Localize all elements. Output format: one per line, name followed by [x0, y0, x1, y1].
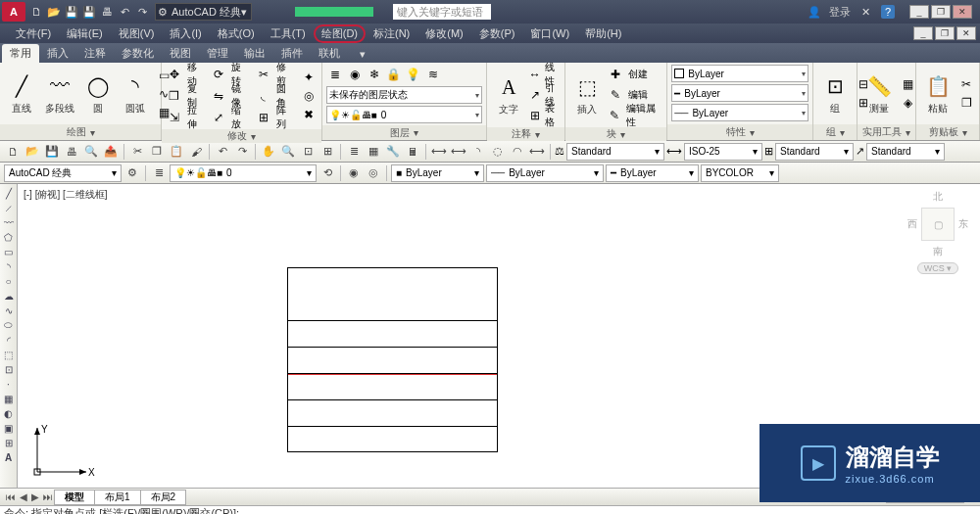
command-line[interactable]: 命令: 指定对角点或 [栏选(F)/圈围(WP)/圈交(CP)]: 命令: 指定…: [0, 505, 980, 514]
menu-format[interactable]: 格式(O): [210, 24, 263, 43]
vpolygon-icon[interactable]: ⬠: [2, 230, 16, 244]
layer-state-combo[interactable]: 未保存的图层状态▾: [326, 86, 483, 104]
tb-dim6-icon[interactable]: ⟷: [528, 143, 546, 161]
util1-icon[interactable]: ▦: [899, 75, 916, 93]
dimstyle-combo[interactable]: ISO-25▾: [684, 143, 762, 161]
tb-dc-icon[interactable]: ▦: [365, 143, 382, 161]
layerfrz-icon[interactable]: ❄: [366, 66, 383, 83]
paste-button[interactable]: 📋粘贴: [920, 70, 956, 117]
layer-uniso-icon[interactable]: ◎: [365, 164, 382, 182]
circle-button[interactable]: ◯圆: [80, 70, 116, 117]
tb-props-icon[interactable]: ≣: [345, 143, 363, 161]
tb-dim3-icon[interactable]: ◝: [469, 143, 487, 161]
tb-dim1-icon[interactable]: ⟷: [430, 143, 448, 161]
menu-dimension[interactable]: 标注(N): [366, 24, 417, 43]
line-button[interactable]: ╱直线: [4, 70, 39, 117]
cut-icon[interactable]: ✂: [957, 75, 975, 93]
save-icon[interactable]: 💾: [64, 4, 79, 20]
layeriso-icon[interactable]: ◉: [346, 66, 364, 83]
undo-icon[interactable]: ↶: [117, 4, 132, 20]
tb-save-icon[interactable]: 💾: [43, 143, 61, 161]
saveas-icon[interactable]: 💾: [81, 4, 97, 20]
scale-icon[interactable]: ⤢: [211, 109, 228, 126]
tb-copy-icon[interactable]: ❐: [148, 143, 166, 161]
layer-mgr-icon[interactable]: ≣: [150, 164, 168, 182]
block-edit-icon[interactable]: ✎: [607, 86, 624, 104]
textstyle-combo[interactable]: Standard▾: [566, 143, 664, 161]
vcircle-icon[interactable]: ○: [2, 274, 16, 288]
tb-zoom-icon[interactable]: 🔍: [279, 143, 297, 161]
tab-home[interactable]: 常用: [2, 44, 39, 63]
copy-icon[interactable]: ❐: [166, 87, 183, 105]
app-maximize-icon[interactable]: ❐: [931, 5, 951, 19]
layout-tab-model[interactable]: 模型: [54, 490, 95, 505]
tb-open-icon[interactable]: 📂: [24, 143, 41, 161]
array-icon[interactable]: ⊞: [255, 109, 272, 126]
menu-window[interactable]: 窗口(W): [522, 24, 577, 43]
block-create-icon[interactable]: ✚: [607, 66, 624, 83]
layout-nav-last-icon[interactable]: ⏭: [41, 491, 55, 502]
group-button[interactable]: ⊡组: [817, 70, 853, 117]
tab-parametric[interactable]: 参数化: [114, 44, 162, 63]
layer-iso-icon[interactable]: ◉: [345, 164, 363, 182]
linetype-combo[interactable]: ── ByLayer▾: [671, 104, 808, 121]
polyline-button[interactable]: 〰多段线: [41, 70, 78, 117]
explode-icon[interactable]: ✦: [300, 69, 318, 86]
redo-icon[interactable]: ↷: [134, 4, 150, 20]
text-button[interactable]: A文字: [491, 71, 526, 118]
viewport-label[interactable]: [-] [俯视] [二维线框]: [24, 188, 108, 202]
plot-icon[interactable]: 🖶: [99, 4, 115, 20]
measure-button[interactable]: 📏测量: [861, 70, 897, 117]
workspace-combo2[interactable]: AutoCAD 经典▾: [4, 164, 122, 182]
vpline-icon[interactable]: 〰: [2, 215, 16, 229]
tb-plot-icon[interactable]: 🖶: [63, 143, 80, 161]
doc-close-icon[interactable]: ✕: [956, 26, 976, 40]
tb-paste-icon[interactable]: 📋: [168, 143, 185, 161]
menu-modify[interactable]: 修改(M): [417, 24, 471, 43]
menu-insert[interactable]: 插入(I): [162, 24, 209, 43]
mleaderstyle-combo[interactable]: Standard▾: [866, 143, 945, 161]
tb-pan-icon[interactable]: ✋: [260, 143, 277, 161]
vtable-icon[interactable]: ⊞: [2, 436, 16, 449]
layout-nav-first-icon[interactable]: ⏮: [4, 491, 18, 502]
vrect-icon[interactable]: ▭: [2, 245, 16, 258]
doc-maximize-icon[interactable]: ❐: [935, 26, 955, 40]
tb-dim2-icon[interactable]: ⟷: [450, 143, 467, 161]
tab-annotate[interactable]: 注释: [76, 44, 114, 63]
vgradient-icon[interactable]: ◐: [2, 406, 16, 420]
dim-linear-icon[interactable]: ↔: [528, 66, 541, 83]
arc-button[interactable]: ◝圆弧: [118, 70, 153, 117]
help-icon[interactable]: ?: [881, 5, 895, 19]
tb-undo-icon[interactable]: ↶: [214, 143, 231, 161]
ws-settings-icon[interactable]: ⚙: [123, 164, 141, 182]
tb-new-icon[interactable]: 🗋: [4, 143, 22, 161]
doc-minimize-icon[interactable]: _: [913, 26, 933, 40]
tb-zoomp-icon[interactable]: ⊞: [318, 143, 336, 161]
layermatch-icon[interactable]: ≋: [424, 66, 442, 83]
cube-face[interactable]: ▢: [921, 208, 955, 241]
block-insert-button[interactable]: ⬚插入: [569, 71, 605, 118]
menu-parametric[interactable]: 参数(P): [471, 24, 523, 43]
table-icon[interactable]: ⊞: [528, 107, 541, 124]
mirror-icon[interactable]: ⇋: [211, 87, 228, 105]
app-logo[interactable]: A: [2, 2, 25, 22]
copyclip-icon[interactable]: ❐: [957, 94, 975, 112]
exchange-icon[interactable]: ✕: [858, 4, 873, 20]
layout-tab-2[interactable]: 布局2: [140, 490, 187, 505]
login-label[interactable]: 登录: [829, 5, 851, 20]
workspace-combo[interactable]: ⚙ AutoCAD 经典▾: [155, 3, 252, 21]
tb-publish-icon[interactable]: 📤: [102, 143, 120, 161]
util2-icon[interactable]: ◈: [899, 94, 916, 112]
tab-expand[interactable]: ▾: [352, 46, 373, 63]
move-icon[interactable]: ✥: [166, 66, 183, 83]
layer-combo[interactable]: 💡☀🔓🖶■ 0▾: [170, 164, 317, 182]
menu-draw[interactable]: 绘图(D): [314, 24, 366, 43]
block-attr-icon[interactable]: ✎: [607, 107, 622, 124]
tab-online[interactable]: 联机: [311, 44, 348, 63]
menu-file[interactable]: 文件(F): [8, 24, 59, 43]
signin-icon[interactable]: 👤: [807, 4, 822, 20]
color-combo[interactable]: ByLayer▾: [671, 65, 808, 82]
layout-nav-next-icon[interactable]: ▶: [29, 491, 41, 502]
vblock-icon[interactable]: ⊡: [2, 362, 16, 376]
open-icon[interactable]: 📂: [46, 4, 62, 20]
